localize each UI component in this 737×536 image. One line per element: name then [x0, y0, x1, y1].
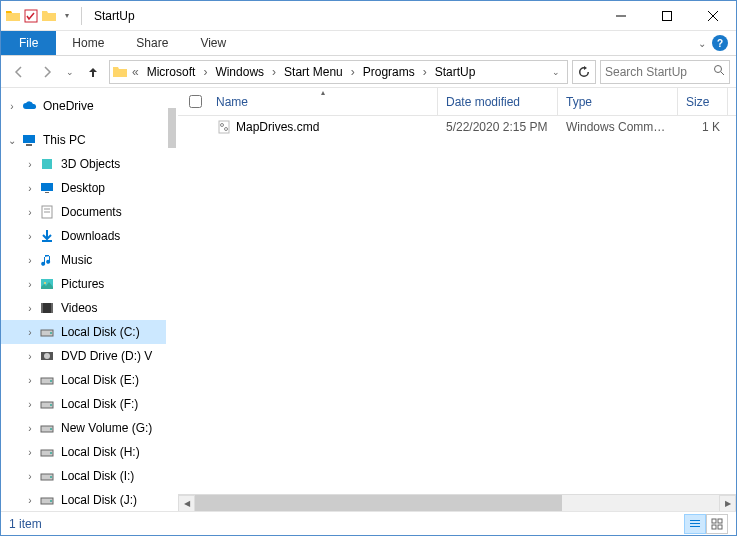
splitter[interactable] [166, 88, 178, 511]
nav-item[interactable]: ›Videos [1, 296, 166, 320]
column-date[interactable]: Date modified [438, 88, 558, 115]
drive-icon [39, 444, 55, 460]
quick-access-toolbar: ▾ [1, 7, 86, 25]
nav-label: OneDrive [43, 99, 94, 113]
chevron-down-icon[interactable]: ⌄ [5, 135, 19, 146]
scroll-thumb[interactable] [195, 495, 562, 512]
chevron-right-icon[interactable]: › [23, 255, 37, 266]
breadcrumb-programs[interactable]: Programs [359, 61, 419, 83]
file-row[interactable]: MapDrives.cmd5/22/2020 2:15 PMWindows Co… [178, 116, 736, 138]
address-bar[interactable]: « Microsoft › Windows › Start Menu › Pro… [109, 60, 568, 84]
select-all-checkbox[interactable] [189, 95, 202, 108]
file-date: 5/22/2020 2:15 PM [438, 120, 558, 134]
nav-item[interactable]: ›Downloads [1, 224, 166, 248]
recent-dropdown[interactable]: ⌄ [63, 60, 77, 84]
chevron-right-icon[interactable]: › [23, 471, 37, 482]
svg-line-6 [721, 72, 724, 75]
chevron-right-icon[interactable]: › [268, 65, 280, 79]
nav-item[interactable]: ›Local Disk (C:) [1, 320, 166, 344]
chevron-right-icon[interactable]: › [23, 495, 37, 506]
file-tab[interactable]: File [1, 31, 56, 55]
refresh-button[interactable] [572, 60, 596, 84]
column-type[interactable]: Type [558, 88, 678, 115]
nav-item[interactable]: ›Music [1, 248, 166, 272]
chevron-right-icon[interactable]: › [23, 159, 37, 170]
nav-onedrive[interactable]: › OneDrive [1, 94, 166, 118]
chevron-right-icon[interactable]: › [347, 65, 359, 79]
svg-rect-9 [42, 159, 52, 169]
chevron-right-icon[interactable]: › [23, 183, 37, 194]
nav-item[interactable]: ›Pictures [1, 272, 166, 296]
chevron-right-icon[interactable]: › [23, 423, 37, 434]
chevron-right-icon[interactable]: › [23, 351, 37, 362]
search-input[interactable] [605, 65, 725, 79]
nav-label: This PC [43, 133, 86, 147]
column-size[interactable]: Size [678, 88, 728, 115]
folder-small-icon[interactable] [41, 8, 57, 24]
chevron-right-icon[interactable]: › [23, 279, 37, 290]
icons-view-button[interactable] [706, 514, 728, 534]
drive-icon [39, 372, 55, 388]
chevron-right-icon[interactable]: › [23, 303, 37, 314]
svg-point-17 [44, 282, 46, 284]
qat-dropdown-icon[interactable]: ▾ [59, 8, 75, 24]
breadcrumb-startup[interactable]: StartUp [431, 61, 480, 83]
properties-icon[interactable] [23, 8, 39, 24]
minimize-button[interactable] [598, 1, 644, 31]
navigation-pane[interactable]: › OneDrive ⌄ This PC ›3D Objects›Desktop… [1, 88, 166, 511]
nav-item[interactable]: ›Local Disk (I:) [1, 464, 166, 488]
close-button[interactable] [690, 1, 736, 31]
tab-share[interactable]: Share [120, 31, 184, 55]
help-icon[interactable]: ? [712, 35, 728, 51]
nav-item[interactable]: ›New Volume (G:) [1, 416, 166, 440]
drive-icon [39, 180, 55, 196]
chevron-right-icon[interactable]: › [23, 327, 37, 338]
search-box[interactable] [600, 60, 730, 84]
nav-item[interactable]: ›Documents [1, 200, 166, 224]
breadcrumb-microsoft[interactable]: Microsoft [143, 61, 200, 83]
chevron-right-icon[interactable]: › [199, 65, 211, 79]
drive-icon [39, 300, 55, 316]
nav-item[interactable]: ›Local Disk (H:) [1, 440, 166, 464]
svg-rect-8 [26, 144, 32, 146]
breadcrumb-startmenu[interactable]: Start Menu [280, 61, 347, 83]
nav-label: Pictures [61, 277, 104, 291]
nav-thispc[interactable]: ⌄ This PC [1, 128, 166, 152]
svg-point-30 [50, 428, 52, 430]
chevron-right-icon[interactable]: › [5, 101, 19, 112]
tab-view[interactable]: View [184, 31, 242, 55]
scroll-right-button[interactable]: ▶ [719, 495, 736, 512]
nav-item[interactable]: ›Local Disk (F:) [1, 392, 166, 416]
chevron-right-icon[interactable]: › [23, 375, 37, 386]
back-button[interactable] [7, 60, 31, 84]
chevron-right-icon[interactable]: « [128, 65, 143, 79]
pc-icon [21, 132, 37, 148]
nav-item[interactable]: ›DVD Drive (D:) V [1, 344, 166, 368]
chevron-right-icon[interactable]: › [419, 65, 431, 79]
up-button[interactable] [81, 60, 105, 84]
scroll-track[interactable] [195, 495, 719, 512]
address-dropdown[interactable]: ⌄ [545, 60, 567, 84]
scroll-left-button[interactable]: ◀ [178, 495, 195, 512]
nav-item[interactable]: ›Local Disk (E:) [1, 368, 166, 392]
file-list[interactable]: MapDrives.cmd5/22/2020 2:15 PMWindows Co… [178, 116, 736, 494]
nav-item[interactable]: ›Desktop [1, 176, 166, 200]
details-view-button[interactable] [684, 514, 706, 534]
forward-button[interactable] [35, 60, 59, 84]
tab-home[interactable]: Home [56, 31, 120, 55]
nav-label: DVD Drive (D:) V [61, 349, 152, 363]
chevron-right-icon[interactable]: › [23, 399, 37, 410]
horizontal-scrollbar[interactable]: ◀ ▶ [178, 494, 736, 511]
nav-item[interactable]: ›3D Objects [1, 152, 166, 176]
breadcrumb-windows[interactable]: Windows [211, 61, 268, 83]
maximize-button[interactable] [644, 1, 690, 31]
column-name[interactable]: Name▴ [208, 88, 438, 115]
chevron-right-icon[interactable]: › [23, 447, 37, 458]
nav-item[interactable]: ›Local Disk (J:) [1, 488, 166, 511]
search-icon[interactable] [713, 64, 725, 79]
column-checkbox[interactable] [182, 88, 208, 115]
file-name-cell[interactable]: MapDrives.cmd [208, 119, 438, 135]
chevron-right-icon[interactable]: › [23, 207, 37, 218]
ribbon-expand-icon[interactable]: ⌄ [698, 38, 706, 49]
chevron-right-icon[interactable]: › [23, 231, 37, 242]
